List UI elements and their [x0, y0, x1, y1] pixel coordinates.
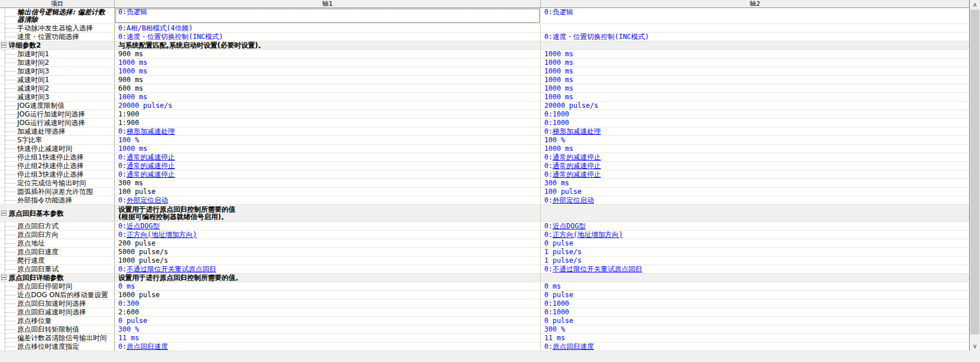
tree-connector — [5, 157, 16, 158]
value-cell[interactable]: 1000 ms — [115, 59, 540, 67]
section-band-cell — [541, 205, 970, 221]
value-cell[interactable]: 0 ms — [541, 282, 969, 290]
value-cell[interactable]: 0:不通过限位开关重试原点回归 — [541, 265, 969, 273]
tree-connector — [5, 28, 16, 29]
value-cell[interactable]: 0:1000 — [541, 119, 969, 127]
value-cell[interactable]: 0:1000 — [541, 110, 969, 118]
value-cell[interactable]: 600 ms — [115, 84, 540, 92]
value-cell[interactable]: 1000 ms — [541, 50, 969, 58]
value-cell[interactable]: 0:梯形加减速处理 — [541, 127, 969, 135]
value-cell[interactable]: 1000 ms — [541, 76, 969, 84]
item-label: 停止组2快速停止选择 — [17, 162, 84, 170]
value-cell[interactable]: 11 ms — [115, 334, 540, 342]
value-cell[interactable]: 1 pulse/s — [541, 256, 969, 264]
parameter-row: 减速时间1900 ms1000 ms — [0, 76, 970, 84]
item-label: 原点回归重试 — [17, 266, 59, 273]
value-cell[interactable]: 100 % — [541, 136, 969, 144]
tree-connector — [5, 295, 16, 295]
value-cell[interactable]: 0:原点回归速度 — [541, 342, 969, 351]
vertical-scrollbar[interactable]: ∧ ∨ — [970, 0, 980, 351]
value-cell[interactable]: 0:正方向(地址增加方向) — [541, 231, 969, 239]
value-cell[interactable]: 0:不通过限位开关重试原点回归 — [115, 265, 540, 273]
tree-connector — [5, 166, 16, 166]
parameter-row: 减速时间2600 ms1000 ms — [0, 84, 970, 93]
value-cell[interactable]: 1 pulse/s — [541, 248, 969, 256]
value-cell[interactable]: 0:通常的减速停止 — [541, 162, 969, 170]
value-cell[interactable]: 300 ms — [115, 179, 540, 187]
collapse-box-icon[interactable] — [1, 275, 6, 280]
value-cell[interactable]: 0 pulse — [541, 317, 969, 325]
value-cell[interactable]: 0 ms — [115, 282, 540, 290]
value-cell[interactable]: 100 % — [115, 136, 540, 144]
value-cell[interactable]: 0:通常的减速停止 — [115, 170, 540, 178]
tree-connector — [5, 131, 16, 132]
value-cell[interactable]: 0 pulse — [541, 291, 969, 299]
item-label: 原点回归方式 — [17, 223, 59, 230]
value-cell[interactable]: 1000 pulse/s — [115, 256, 540, 264]
value-cell[interactable]: 0:近点DOG型 — [115, 222, 540, 230]
value-cell[interactable]: 0:通常的减速停止 — [115, 153, 540, 161]
item-cell: JOG运行加速时间选择 — [0, 110, 115, 118]
value-cell[interactable]: 0:原点回归速度 — [115, 342, 540, 351]
value-link-text: 原点回归速度 — [552, 342, 594, 351]
value-cell[interactable]: 200 pulse — [115, 239, 540, 247]
value-cell[interactable]: 0:1000 — [541, 299, 969, 307]
value-cell[interactable]: 0:外部定位启动 — [541, 196, 969, 204]
tree-connector — [5, 303, 16, 304]
collapse-box-icon[interactable] — [1, 42, 6, 48]
value-cell[interactable]: 300 ms — [541, 179, 969, 187]
value-prefix: 0: — [544, 265, 552, 273]
value-cell[interactable] — [541, 24, 969, 32]
value-cell[interactable]: 0 pulse — [541, 239, 969, 247]
value-cell[interactable]: 0:A相/B相模式(4倍频) — [115, 24, 540, 32]
value-cell[interactable]: 0:通常的减速停止 — [115, 162, 540, 170]
tree-connector — [5, 149, 16, 149]
item-cell: 加速时间3 — [0, 67, 115, 75]
scrollbar-thumb[interactable] — [970, 10, 979, 334]
value-cell[interactable]: 0:300 — [115, 299, 540, 307]
value-cell[interactable]: 0:近点DOG型 — [541, 222, 969, 230]
value-cell[interactable]: 1000 ms — [115, 93, 540, 101]
value-cell[interactable]: 0 pulse — [115, 317, 540, 325]
tree-connector — [5, 63, 16, 63]
scroll-down-button[interactable]: ∨ — [970, 341, 980, 351]
value-cell[interactable]: 0:通常的减速停止 — [541, 153, 969, 161]
value-cell[interactable]: 0:负逻辑 — [541, 8, 969, 24]
value-cell[interactable]: 0:速度・位置切换控制(INC模式) — [115, 33, 540, 41]
value-cell[interactable]: 5000 pulse/s — [115, 248, 540, 256]
value-cell[interactable]: 0:速度・位置切换控制(INC模式) — [541, 33, 969, 41]
section-description-cell: 设置用于进行原点回归控制所需要的值(根据可编程控制器就绪信号启用)。 — [115, 205, 541, 221]
value-cell[interactable]: 11 ms — [541, 334, 969, 342]
value-cell[interactable]: 1:900 — [115, 119, 540, 127]
value-cell[interactable]: 1:900 — [115, 110, 540, 118]
value-cell[interactable]: 1000 pulse — [115, 291, 540, 299]
value-cell[interactable]: 2:600 — [115, 308, 540, 316]
value-cell[interactable]: 100 pulse — [115, 188, 540, 196]
value-cell[interactable]: 1000 ms — [541, 67, 969, 75]
value-cell[interactable]: 0:梯形加减速处理 — [115, 127, 540, 135]
value-cell[interactable]: 900 ms — [115, 76, 540, 84]
value-cell[interactable]: 1000 ms — [115, 145, 540, 153]
collapse-box-icon[interactable] — [1, 211, 6, 216]
value-cell[interactable]: 20000 pulse/s — [541, 102, 969, 110]
value-cell[interactable]: 20000 pulse/s — [115, 102, 540, 110]
value-cell[interactable]: 1000 ms — [541, 145, 969, 153]
value-cell[interactable]: 1000 ms — [541, 59, 969, 67]
value-cell[interactable]: 0:通常的减速停止 — [541, 170, 969, 178]
value-cell[interactable]: 0:1000 — [541, 308, 969, 316]
value-cell[interactable]: 1000 ms — [541, 84, 969, 92]
value-prefix: 0: — [544, 127, 552, 135]
scroll-up-button[interactable]: ∧ — [970, 0, 980, 10]
section-label: 详细参数2 — [9, 41, 41, 49]
value-cell[interactable]: 0:正方向(地址增加方向) — [115, 231, 540, 239]
value-cell[interactable]: 1000 ms — [115, 67, 540, 75]
tree-connector — [5, 192, 16, 192]
value-cell[interactable]: 0:外部定位启动 — [115, 196, 540, 204]
value-cell[interactable]: 300 % — [115, 325, 540, 333]
value-cell[interactable]: 900 ms — [115, 50, 540, 58]
value-cell[interactable]: 300 % — [541, 325, 969, 333]
value-cell[interactable]: 100 pulse — [541, 188, 969, 196]
value-cell[interactable]: 0:负逻辑 — [115, 8, 540, 24]
value-cell[interactable]: 1000 ms — [541, 93, 969, 101]
parameter-row: JOG速度限制值20000 pulse/s20000 pulse/s — [0, 102, 970, 110]
